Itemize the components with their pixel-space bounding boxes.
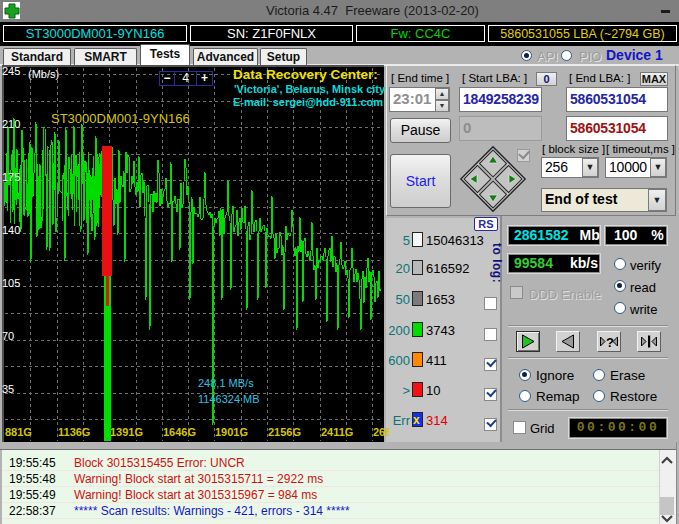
svg-text:?: ? [606,335,614,350]
